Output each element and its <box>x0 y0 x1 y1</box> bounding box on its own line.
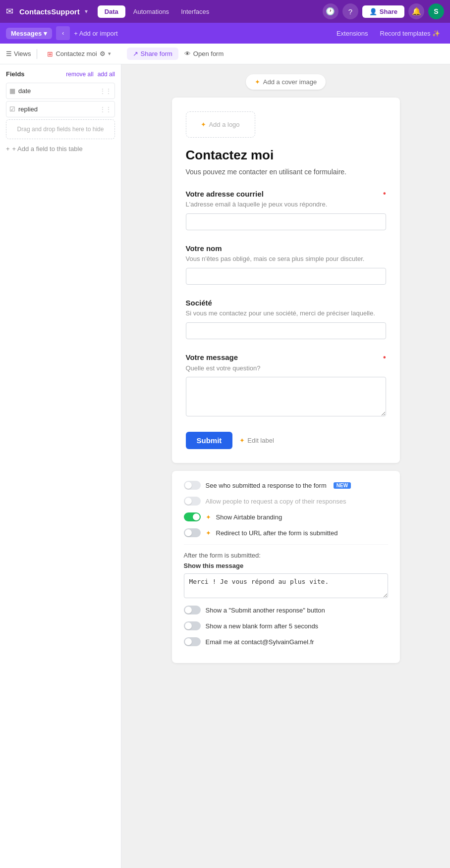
setting-redirect-url: ✦ Redirect to URL after the form is subm… <box>184 528 388 537</box>
submit-btn[interactable]: Submit <box>186 432 233 449</box>
add-logo-btn[interactable]: ✦ Add a logo <box>186 111 255 138</box>
message-textarea[interactable] <box>186 377 386 416</box>
messages-dropdown-btn[interactable]: Messages ▾ <box>6 28 52 39</box>
edit-label-btn[interactable]: ✦ Edit label <box>239 437 274 444</box>
submit-row: Submit ✦ Edit label <box>186 432 386 449</box>
edit-label-text: Edit label <box>247 437 274 444</box>
share-form-icon: ↗ <box>133 50 138 57</box>
field-replied[interactable]: ☑ replied ⋮⋮ <box>6 101 115 117</box>
add-field-btn[interactable]: + + Add a field to this table <box>6 143 115 154</box>
field-date[interactable]: ▦ date ⋮⋮ <box>6 83 115 99</box>
sparkle-redirect-icon: ✦ <box>206 529 211 537</box>
email-input[interactable] <box>186 213 386 230</box>
drag-handle-icon-2: ⋮⋮ <box>100 106 112 113</box>
message-field-label: Votre message • <box>186 353 386 362</box>
show-branding-label: Show Airtable branding <box>216 513 282 521</box>
extensions-btn[interactable]: Extensions <box>333 28 372 39</box>
data-nav-btn[interactable]: Data <box>98 5 125 18</box>
open-form-btn[interactable]: 👁 Open form <box>184 50 224 57</box>
form-area: ✦ Add a cover image ✦ Add a logo Contact… <box>121 64 450 868</box>
show-another-label: Show a "Submit another response" button <box>206 607 325 614</box>
form-field-message: Votre message • Quelle est votre questio… <box>186 353 386 418</box>
current-view-item[interactable]: ⊞ Contactez moi ⚙ ▾ <box>43 48 114 60</box>
setting-show-blank: Show a new blank form after 5 seconds <box>184 621 388 630</box>
collapse-btn[interactable]: ‹ <box>56 26 70 40</box>
email-me-toggle[interactable] <box>184 637 201 646</box>
app-icon: ✉ <box>6 6 13 17</box>
name-field-label: Votre nom <box>186 244 386 253</box>
setting-show-branding: ✦ Show Airtable branding <box>184 512 388 521</box>
interfaces-nav-link[interactable]: Interfaces <box>177 5 213 18</box>
eye-icon: 👁 <box>184 50 191 57</box>
top-nav: ✉ ContactsSupport ▾ Data Automations Int… <box>0 0 450 23</box>
show-blank-label: Show a new blank form after 5 seconds <box>206 622 319 630</box>
app-name: ContactsSupport <box>19 7 80 16</box>
message-required-marker: • <box>383 353 386 362</box>
see-who-label: See who submitted a response to the form <box>206 482 327 489</box>
societe-input[interactable] <box>186 322 386 339</box>
record-templates-btn[interactable]: Record templates ✨ <box>376 28 445 39</box>
see-who-toggle[interactable] <box>184 481 201 490</box>
add-import-btn[interactable]: + Add or import <box>74 30 118 37</box>
user-avatar[interactable]: S <box>428 3 444 19</box>
automations-nav-link[interactable]: Automations <box>129 5 173 18</box>
form-field-email: Votre adresse courriel • L'adresse email… <box>186 189 386 230</box>
settings-panel: See who submitted a response to the form… <box>172 471 400 663</box>
current-view-name: Contactez moi <box>56 50 97 57</box>
settings-divider <box>184 544 388 545</box>
name-field-hint: Vous n'êtes pas obligé, mais ce sera plu… <box>186 255 386 264</box>
societe-field-label: Société <box>186 299 386 307</box>
form-description: Vous pouvez me contacter en utilisant ce… <box>186 167 386 177</box>
form-field-name: Votre nom Vous n'êtes pas obligé, mais c… <box>186 244 386 285</box>
remove-all-btn[interactable]: remove all <box>66 71 93 78</box>
sparkle-logo-icon: ✦ <box>201 121 206 128</box>
show-another-toggle[interactable] <box>184 606 201 614</box>
messages-chevron-icon: ▾ <box>44 30 47 37</box>
show-blank-toggle[interactable] <box>184 621 201 630</box>
show-branding-toggle[interactable] <box>184 512 201 521</box>
form-view-icon: ⊞ <box>47 50 53 58</box>
app-chevron[interactable]: ▾ <box>85 8 88 15</box>
history-btn[interactable]: 🕐 <box>323 3 338 19</box>
fields-header: Fields remove all add all <box>6 70 115 78</box>
allow-copy-toggle[interactable] <box>184 497 201 506</box>
allow-copy-label: Allow people to request a copy of their … <box>206 498 346 505</box>
notifications-btn[interactable]: 🔔 <box>408 3 424 19</box>
setting-email-me: Email me at contact@SylvainGamel.fr <box>184 637 388 646</box>
plus-icon: + <box>6 145 10 153</box>
share-form-btn[interactable]: ↗ Share form <box>127 48 178 60</box>
message-textarea-setting[interactable]: Merci ! Je vous répond au plus vite. <box>184 573 388 598</box>
field-date-name: date <box>18 87 97 95</box>
add-all-btn[interactable]: add all <box>98 71 115 78</box>
show-message-label: Show this message <box>184 562 388 569</box>
after-submit-label: After the form is submitted: <box>184 552 388 559</box>
calendar-icon: ▦ <box>9 87 15 95</box>
form-card: ✦ Add a logo Contactez moi Vous pouvez m… <box>172 98 400 463</box>
field-replied-name: replied <box>18 105 97 113</box>
share-icon: 👤 <box>369 8 377 15</box>
views-divider <box>37 49 37 59</box>
drag-drop-zone: Drag and drop fields here to hide <box>6 119 115 139</box>
share-button[interactable]: 👤 Share <box>362 5 404 18</box>
email-required-marker: • <box>383 189 386 198</box>
help-btn[interactable]: ? <box>342 3 358 19</box>
email-field-label: Votre adresse courriel • <box>186 189 386 198</box>
checkbox-icon: ☑ <box>9 105 15 113</box>
second-bar: Messages ▾ ‹ + Add or import Extensions … <box>0 23 450 44</box>
new-badge: NEW <box>334 482 351 489</box>
email-field-hint: L'adresse email à laquelle je peux vous … <box>186 200 386 209</box>
message-field-hint: Quelle est votre question? <box>186 364 386 373</box>
setting-show-another: Show a "Submit another response" button <box>184 606 388 614</box>
email-me-label: Email me at contact@SylvainGamel.fr <box>206 638 314 646</box>
view-options-icon: ⚙ <box>100 50 106 57</box>
add-cover-image-btn[interactable]: ✦ Add a cover image <box>246 74 326 90</box>
redirect-url-toggle[interactable] <box>184 528 201 537</box>
sparkle-edit-icon: ✦ <box>239 437 245 444</box>
views-bar: ☰ Views ⊞ Contactez moi ⚙ ▾ ↗ Share form… <box>0 44 450 64</box>
name-input[interactable] <box>186 268 386 285</box>
redirect-url-label: Redirect to URL after the form is submit… <box>216 529 338 537</box>
sparkle-cover-icon: ✦ <box>255 78 260 86</box>
setting-allow-copy: Allow people to request a copy of their … <box>184 497 388 506</box>
cover-image-label: Add a cover image <box>263 78 317 86</box>
drag-handle-icon: ⋮⋮ <box>100 88 112 95</box>
